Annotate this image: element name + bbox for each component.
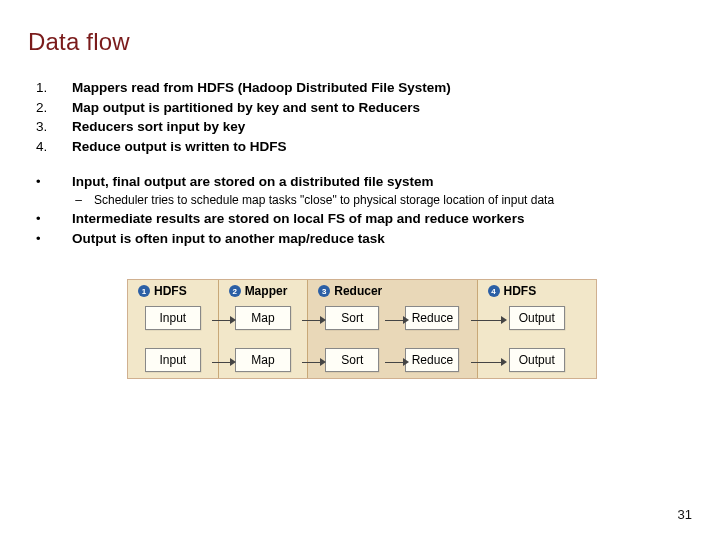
column-header: 3 Reducer: [312, 284, 382, 298]
slide-title: Data flow: [28, 28, 696, 56]
box-output: Output: [509, 306, 565, 330]
arrow-icon: [302, 358, 326, 366]
numbered-list: 1. Mappers read from HDFS (Hadoop Distri…: [28, 78, 696, 156]
box-sort: Sort: [325, 348, 379, 372]
list-text: Scheduler tries to schedule map tasks "c…: [94, 192, 696, 209]
bullet-list: • Input, final output are stored on a di…: [28, 172, 696, 249]
box-input: Input: [145, 306, 201, 330]
list-sub-item: – Scheduler tries to schedule map tasks …: [28, 192, 696, 209]
list-text: Reduce output is written to HDFS: [72, 137, 696, 157]
list-text: Map output is partitioned by key and sen…: [72, 98, 696, 118]
bullet-mark: •: [28, 210, 72, 229]
list-item: • Output is often input to another map/r…: [28, 229, 696, 249]
column-header: 2 Mapper: [223, 284, 288, 298]
list-text: Input, final output are stored on a dist…: [72, 172, 696, 192]
list-text: Intermediate results are stored on local…: [72, 209, 696, 229]
list-item: 2. Map output is partitioned by key and …: [28, 98, 696, 118]
page-number: 31: [678, 507, 692, 522]
bullet-mark: •: [28, 173, 72, 192]
list-number: 1.: [28, 78, 72, 98]
box-map: Map: [235, 306, 291, 330]
arrow-icon: [385, 358, 409, 366]
dash-mark: –: [28, 192, 94, 209]
column-header: 1 HDFS: [132, 284, 187, 298]
column-header: 4 HDFS: [482, 284, 537, 298]
list-text: Mappers read from HDFS (Hadoop Distribut…: [72, 78, 696, 98]
badge-4: 4: [488, 285, 500, 297]
box-input: Input: [145, 348, 201, 372]
column-label: Mapper: [245, 284, 288, 298]
column-label: HDFS: [504, 284, 537, 298]
box-output: Output: [509, 348, 565, 372]
box-reduce: Reduce: [405, 306, 459, 330]
arrow-icon: [302, 316, 326, 324]
dataflow-diagram: 1 HDFS Input Input 2 Mapper Map Map 3 Re…: [127, 279, 597, 379]
column-hdfs-input: 1 HDFS Input Input: [128, 280, 218, 378]
arrow-icon: [212, 316, 236, 324]
list-item: 4. Reduce output is written to HDFS: [28, 137, 696, 157]
column-label: HDFS: [154, 284, 187, 298]
list-item: • Input, final output are stored on a di…: [28, 172, 696, 192]
list-number: 4.: [28, 137, 72, 157]
column-label: Reducer: [334, 284, 382, 298]
badge-2: 2: [229, 285, 241, 297]
list-number: 2.: [28, 98, 72, 118]
list-item: 1. Mappers read from HDFS (Hadoop Distri…: [28, 78, 696, 98]
box-reduce: Reduce: [405, 348, 459, 372]
box-map: Map: [235, 348, 291, 372]
list-number: 3.: [28, 117, 72, 137]
list-item: 3. Reducers sort input by key: [28, 117, 696, 137]
badge-1: 1: [138, 285, 150, 297]
list-text: Reducers sort input by key: [72, 117, 696, 137]
arrow-icon: [471, 316, 507, 324]
badge-3: 3: [318, 285, 330, 297]
bullet-mark: •: [28, 230, 72, 249]
list-text: Output is often input to another map/red…: [72, 229, 696, 249]
arrow-icon: [385, 316, 409, 324]
box-sort: Sort: [325, 306, 379, 330]
arrow-icon: [212, 358, 236, 366]
arrow-icon: [471, 358, 507, 366]
list-item: • Intermediate results are stored on loc…: [28, 209, 696, 229]
